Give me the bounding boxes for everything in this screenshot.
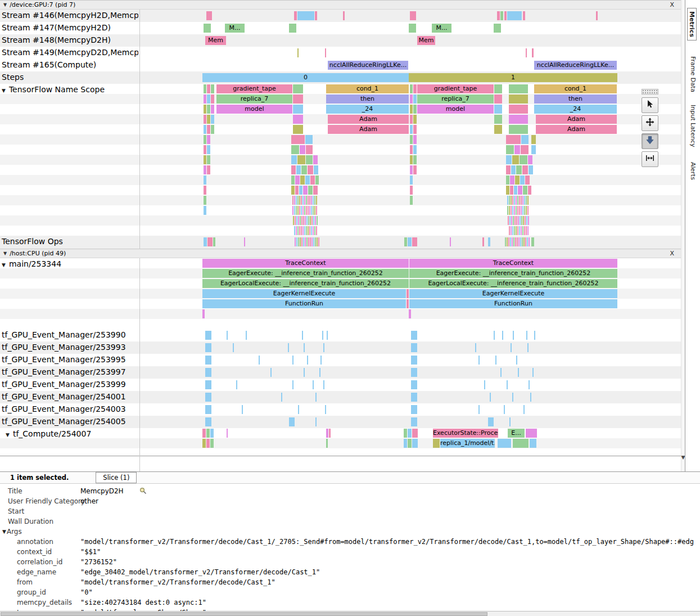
trace-slice[interactable] [206, 429, 210, 438]
trace-slice[interactable] [526, 226, 527, 235]
trace-slice[interactable] [310, 216, 311, 225]
trace-slice[interactable] [291, 165, 296, 174]
trace-slice[interactable] [313, 206, 314, 215]
trace-slice-cluster[interactable] [292, 196, 318, 205]
trace-slice[interactable] [323, 380, 324, 389]
palette-drag-handle[interactable] [642, 89, 658, 95]
trace-slice[interactable] [205, 393, 211, 402]
trace-slice[interactable] [410, 176, 413, 185]
trace-slice[interactable] [494, 84, 502, 93]
trace-slice[interactable] [306, 216, 308, 225]
trace-slice[interactable]: cond_1 [534, 84, 617, 93]
trace-slice[interactable]: 1 [409, 73, 617, 82]
trace-slice[interactable] [527, 206, 529, 215]
trace-slice[interactable] [281, 393, 282, 402]
trace-slice[interactable] [210, 439, 214, 448]
trace-slice[interactable] [521, 226, 522, 235]
collapse-icon[interactable]: ▼ [2, 529, 6, 534]
trace-slice[interactable] [318, 237, 319, 246]
trace-slice[interactable] [410, 105, 413, 114]
trace-slice[interactable] [304, 343, 305, 352]
trace-slice-cluster[interactable] [509, 226, 529, 235]
close-button[interactable]: X [665, 1, 679, 8]
trace-slice[interactable] [310, 237, 311, 246]
trace-slice[interactable] [294, 196, 295, 205]
timing-tool-button[interactable] [642, 151, 658, 167]
trace-slice[interactable] [523, 405, 525, 414]
trace-slice[interactable]: replica_7 [216, 95, 292, 104]
trace-slice[interactable] [210, 429, 214, 438]
trace-slice[interactable] [204, 115, 206, 124]
trace-slice[interactable] [527, 226, 529, 235]
trace-slice[interactable] [510, 237, 511, 246]
expand-icon[interactable]: ▼ [2, 262, 6, 268]
trace-slice[interactable] [528, 155, 532, 164]
trace-slice[interactable] [500, 368, 502, 377]
trace-slice[interactable] [411, 331, 417, 340]
trace-slice[interactable] [304, 226, 305, 235]
trace-slice[interactable] [525, 176, 530, 185]
trace-slice[interactable] [517, 196, 518, 205]
trace-slice[interactable] [297, 11, 314, 20]
trace-slice[interactable]: FunctionRun [202, 299, 406, 308]
trace-slice[interactable] [525, 216, 526, 225]
trace-slice[interactable] [506, 135, 521, 144]
trace-slice[interactable] [507, 237, 508, 246]
trace-slice[interactable]: Adam [328, 115, 409, 124]
trace-slice[interactable] [520, 237, 521, 246]
args-header[interactable]: ▼Args [0, 527, 700, 537]
trace-slice[interactable] [506, 186, 509, 195]
trace-slice[interactable] [527, 237, 528, 246]
trace-slice[interactable] [521, 206, 522, 215]
trace-slice[interactable] [522, 206, 523, 215]
trace-slice[interactable] [514, 216, 516, 225]
trace-slice[interactable] [506, 145, 514, 154]
trace-slice[interactable] [319, 368, 320, 377]
trace-slice[interactable] [524, 196, 525, 205]
trace-slice[interactable] [494, 331, 495, 340]
trace-slice[interactable] [301, 226, 302, 235]
trace-slice[interactable] [308, 186, 313, 195]
trace-slice-cluster[interactable] [293, 216, 318, 225]
trace-slice[interactable] [531, 237, 534, 246]
trace-slice[interactable] [311, 237, 313, 246]
trace-slice[interactable] [404, 237, 407, 246]
trace-slice[interactable] [413, 165, 417, 174]
trace-slice[interactable] [519, 196, 520, 205]
trace-slice[interactable] [526, 48, 527, 57]
trace-slice[interactable] [205, 343, 211, 352]
trace-slice[interactable]: then [534, 95, 617, 104]
trace-slice[interactable] [407, 299, 409, 308]
expand-icon[interactable]: ▼ [6, 432, 10, 438]
trace-slice[interactable]: EagerKernelExecute [409, 289, 617, 298]
trace-slice[interactable] [596, 11, 598, 20]
trace-slice[interactable]: Adam [328, 125, 409, 134]
trace-slice[interactable]: M... [432, 24, 451, 33]
trace-slice[interactable] [521, 135, 529, 144]
trace-slice[interactable] [308, 196, 309, 205]
trace-slice[interactable] [322, 331, 323, 340]
trace-slice[interactable] [297, 206, 299, 215]
trace-slice[interactable] [521, 196, 522, 205]
vertical-scrollbar[interactable]: ▼ [681, 0, 685, 471]
trace-slice[interactable] [520, 155, 527, 164]
trace-slice[interactable] [308, 226, 309, 235]
trace-slice[interactable] [411, 368, 417, 377]
trace-slice[interactable] [326, 439, 328, 448]
trace-slice[interactable] [315, 11, 317, 20]
trace-slice[interactable]: ncclAllReduceRingLLKe... [328, 61, 408, 70]
trace-slice[interactable] [529, 380, 530, 389]
trace-slice[interactable]: replica_1/model/t... [440, 439, 495, 448]
trace-slice[interactable] [211, 125, 214, 134]
trace-slice[interactable] [413, 105, 417, 114]
trace-slice[interactable] [202, 309, 205, 318]
trace-slice[interactable] [207, 105, 210, 114]
trace-slice[interactable] [291, 176, 295, 185]
trace-slice[interactable] [298, 405, 299, 414]
trace-slice[interactable] [297, 48, 299, 57]
trace-slice[interactable] [495, 356, 496, 365]
trace-slice[interactable] [293, 84, 303, 93]
trace-slice[interactable] [507, 196, 508, 205]
trace-slice[interactable] [521, 145, 529, 154]
trace-slice[interactable] [494, 105, 502, 114]
